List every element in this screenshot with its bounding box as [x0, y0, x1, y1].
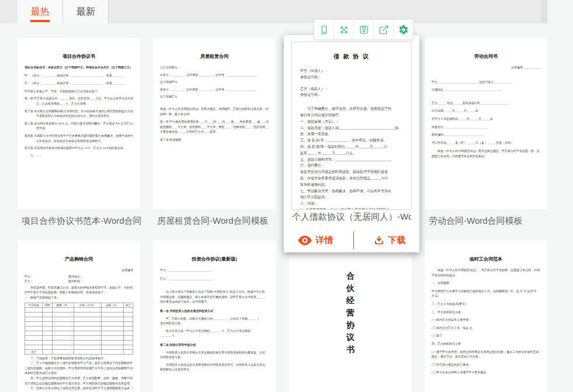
template-card[interactable]: 劳动合同书合同编号____________甲方_________________…: [425, 38, 547, 209]
doc-line: 六、……: [25, 154, 133, 159]
tab-hottest[interactable]: 最热: [18, 0, 63, 23]
doc-line: 乙方（借款人）：: [300, 86, 403, 92]
doc-line: 建筑面积____平方米、使用面积____平方米，类型____，结构等级____，…: [160, 125, 269, 130]
doc-line: 一、购销产品明细如下表：: [25, 296, 133, 301]
doc-line: 五、结算方式本合同以上述各款为交易，如补充适时可平台原因随延双方达成、继续以甲方: [25, 386, 133, 391]
doc-line: 三、乙方不能按期交付上述约定销售给甲方产品，如乙方因货款于约定期限内甲方产品逾越: [25, 361, 133, 366]
doc-line: 项目合作协议书：本协议双方（以下简称甲方）和项目技术合作方（以下简称乙方）: [25, 65, 133, 71]
doc-title: 劳动合同书: [432, 53, 540, 60]
mobile-preview-button[interactable]: [314, 20, 334, 39]
tab-bar: 最热 最新: [0, 0, 546, 23]
doc-line: 第一条 甲乙双方自愿合作，______项目，总投资为____万元，甲方以人民币方…: [25, 96, 133, 102]
download-button[interactable]: 下载: [374, 235, 406, 246]
doc-line: 第四条 凡因双方合作经营过程中产生的事务问题均需经双方协商解决，协商不成的可另行…: [25, 134, 133, 139]
doc-line: 急，急需一笔资金。: [300, 131, 403, 137]
doc-line: 协商一致，签订本合同。: [160, 112, 269, 117]
download-button-label: 下载: [388, 235, 406, 246]
doc-line: 元，占总投资额的____％，乙方出资额。: [25, 102, 133, 107]
settings-button[interactable]: [394, 20, 413, 39]
doc-line: 二、借款用途：借款人因_____________________________…: [300, 125, 403, 131]
doc-line: 甲方： 签约地点：: [25, 275, 133, 280]
doc-vertical-char: 议: [296, 331, 405, 344]
doc-title: 借 款 协 议: [300, 53, 403, 61]
doc-vertical-char: 伙: [296, 282, 405, 294]
doc-line: 为共同投资主体。: [160, 321, 269, 327]
doc-line: 算加收逾期利息。: [300, 182, 403, 188]
template-card[interactable]: 合伙经营协议书: [289, 241, 412, 392]
doc-line: 签订本合同以便共同恪守。: [300, 112, 403, 119]
doc-line: 成的经济损失由乙方承担。: [25, 371, 133, 376]
doc-line: 三、甲方的权利与义务: [432, 310, 540, 315]
doc-line: 理手续。: [25, 126, 133, 131]
card-title[interactable]: 房屋租赁合同-Word合同模板: [153, 212, 277, 230]
doc-line: 上述约定期限，按双方共同原则，甲方有权并同追缴乙方不符上述办法实际期限不付同，由…: [25, 366, 133, 372]
doc-title: 投资合作协议(最新版): [160, 256, 269, 262]
template-card[interactable]: 产品购销合同合同编号甲方： 签约地点：乙方： 签约时间： 为增进供需、经贸及廉洁…: [18, 241, 140, 392]
scrollbar[interactable]: [541, 0, 547, 23]
doc-line: 月 日。: [432, 294, 540, 299]
doc-line: 各方出资方如：甲方占出资总额的________％，乙方占出资总额的: [160, 329, 269, 334]
doc-line: 共同投资的亏损。: [160, 355, 269, 360]
template-card[interactable]: 临时工合同范本 根据《中华人民共和国劳动法》，甲乙双方经平等协商，自愿签订本合同…: [425, 241, 547, 392]
doc-line: 承租方：________，证件类型：________，证件号：_________…: [160, 88, 269, 93]
doc-page: 合伙经营协议书: [289, 241, 412, 360]
page: { "colors": { "accent": "#f0541e", "tool…: [0, 0, 573, 392]
doc-line: 主要装修设备____，出租给乙方作____使用。: [160, 130, 269, 135]
doc-line: 五、还款日期和方式：______________________________…: [300, 157, 403, 163]
fullscreen-button[interactable]: [334, 20, 354, 39]
doc-line: 1、未经双方同意，任何一方当事人不得擅自变更或解除合: [300, 207, 403, 210]
tab-newest-label: 最新: [77, 6, 95, 18]
template-card[interactable]: 项目合作协议书项目合作协议书：本协议双方（以下简称甲方）和项目技术合作方（以下简…: [18, 38, 140, 209]
doc-line: 第二章 租赁期限: [160, 138, 269, 143]
doc-line: 共同投资人按其出资额占出资总额的比例分享共同投资的利润分配收益，分担: [160, 351, 269, 356]
doc-line: 既定，遵纪守法，保证完成工作任务。: [432, 355, 540, 360]
settings-gear-icon: [398, 25, 409, 35]
doc-line: 款，出借方有权要求还清借款，并按合同规定______％计: [300, 175, 403, 182]
doc-page: 劳动合同书合同编号____________甲方_________________…: [425, 38, 547, 164]
doc-line: 合同编号____________: [432, 65, 540, 71]
doc-line: 甲、乙双方同意，以双方注册成立的____________公司以下简称______…: [160, 317, 269, 322]
doc-line: 守本合同所列条款。: [432, 273, 540, 279]
card-title[interactable]: 项目合作协议书范本-Word合同模板: [18, 212, 141, 230]
doc-line: 身份证号码：: [300, 92, 403, 98]
doc-line: 第二条 利润分享和亏损分担: [160, 343, 269, 348]
doc-line: 订立合同双方：: [160, 65, 269, 71]
doc-line: 以下简称乙方: [160, 95, 269, 100]
doc-line: 八、其他：: [300, 200, 403, 207]
detail-button[interactable]: 详情: [298, 235, 334, 246]
doc-page: 项目合作协议书项目合作协议书：本协议双方（以下简称甲方）和项目技术合作方（以下简…: [18, 38, 140, 163]
doc-line: 经甲乙双方平等自愿协商一致签订本购销合同，具体内容如下：: [25, 290, 133, 296]
doc-line: 共同投资人各自以其出资额为限对共同投资承担责任，共同投资人以其出资总: [160, 363, 269, 368]
doc-title: 房屋租赁合同: [160, 53, 269, 60]
hovered-template-card[interactable]: 借 款 协 议甲方（出借人）：身份证号码：乙方（借款人）：身份证号码： 为了明确…: [284, 35, 419, 252]
doc-line: 借款方应按合同规定的时间还款。如借款方不按期归还借: [300, 169, 403, 175]
doc-line: 一、借款金额（大写）：: [300, 119, 403, 125]
doc-line: 地人民法院起诉。: [300, 194, 403, 200]
doc-line: 为增进供需、经贸及廉洁从业，使双方的供销关系有章可守，本着公平、互利互惠的原则，: [25, 286, 133, 291]
doc-line: 甲方：______________________________: [160, 268, 269, 273]
doc-vertical-char: 书: [296, 344, 405, 356]
share-button[interactable]: [374, 20, 394, 39]
fullscreen-icon: [339, 25, 349, 35]
doc-line: 不得私自转让与本协议约定的分成方式，违约方承担责任。: [25, 114, 133, 119]
doc-line: 身份证号码：: [300, 74, 403, 81]
doc-line: 第一章 甲方将自有的房屋坐落____市____区____街____巷____号的…: [160, 120, 269, 125]
doc-line: 第五条 在该项目申请成功的项目股权中甲方占 50％，乙方占 50％的比例分成。: [25, 146, 133, 151]
doc-line: 根据《中华人民共和国合同法》及有关规定，为明确甲、乙双方的权利义务关系，经双方: [160, 107, 269, 112]
doc-line: 须于货到之日起确定期限内向甲方提出异议，甲方接到异议后确定期限内负责处理。: [25, 381, 133, 387]
save-button[interactable]: [354, 20, 374, 39]
card-title[interactable]: 劳动合同-Word合同模板: [425, 212, 548, 230]
doc-page: 借 款 协 议甲方（出借人）：身份证号码：乙方（借款人）：身份证号码： 为了明确…: [292, 42, 411, 210]
doc-line: 在甲方工作起始时间______年______月______日: [432, 117, 540, 122]
doc-page: 临时工合同范本 根据《中华人民共和国劳动法》，甲乙双方经平等协商，自愿签订本合同…: [425, 241, 547, 380]
template-card[interactable]: 房屋租赁合同订立合同双方：出租方：________，证件类型：________，…: [153, 38, 276, 209]
doc-page: 产品购销合同合同编号甲方： 签约地点：乙方： 签约时间： 为增进供需、经贸及廉洁…: [18, 241, 140, 392]
template-card[interactable]: 投资合作协议(最新版)甲方：__________________________…: [153, 241, 276, 392]
doc-page: 房屋租赁合同订立合同双方：出租方：________，证件类型：________，…: [153, 38, 276, 148]
doc-line: 甲方____________________________ 法定代表人____…: [432, 80, 540, 85]
tab-newest[interactable]: 最新: [63, 0, 109, 23]
card-title[interactable]: 个人借款协议（无居间人）-Word...: [292, 211, 411, 223]
doc-line: (三)其它: [432, 334, 540, 339]
doc-line: 第三条 本合同生效后双方 XXX 元，经双方签字后即付酬金，甲方退还 XX 元与…: [25, 122, 133, 127]
eye-icon: [298, 235, 312, 245]
